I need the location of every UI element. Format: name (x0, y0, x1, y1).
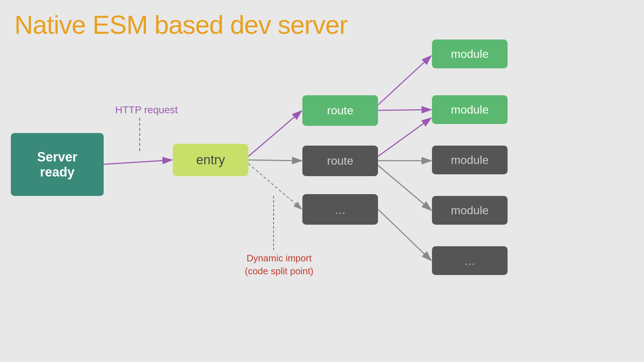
svg-line-10 (378, 110, 431, 110)
dots-left-box: ... (302, 194, 378, 225)
module-1-box: module (432, 40, 508, 68)
dots-right-box: ... (432, 246, 508, 275)
svg-line-6 (248, 160, 302, 161)
module-4-box: module (432, 196, 508, 225)
svg-line-7 (248, 164, 302, 209)
slide: Native ESM based dev server (0, 0, 644, 362)
http-request-label: HTTP request (115, 104, 178, 116)
route-dark-box: route (302, 146, 378, 176)
entry-box: entry (173, 144, 248, 176)
server-ready-box: Server ready (11, 133, 104, 196)
svg-line-9 (378, 56, 431, 105)
module-3-box: module (432, 146, 508, 174)
svg-line-3 (104, 160, 172, 164)
svg-line-5 (248, 111, 302, 156)
module-2-box: module (432, 95, 508, 124)
dynamic-import-label: Dynamic import(code split point) (245, 252, 314, 278)
svg-line-14 (378, 209, 431, 261)
slide-title: Native ESM based dev server (14, 10, 347, 40)
svg-line-11 (378, 118, 431, 156)
route-green-box: route (302, 95, 378, 126)
svg-line-13 (378, 165, 431, 210)
